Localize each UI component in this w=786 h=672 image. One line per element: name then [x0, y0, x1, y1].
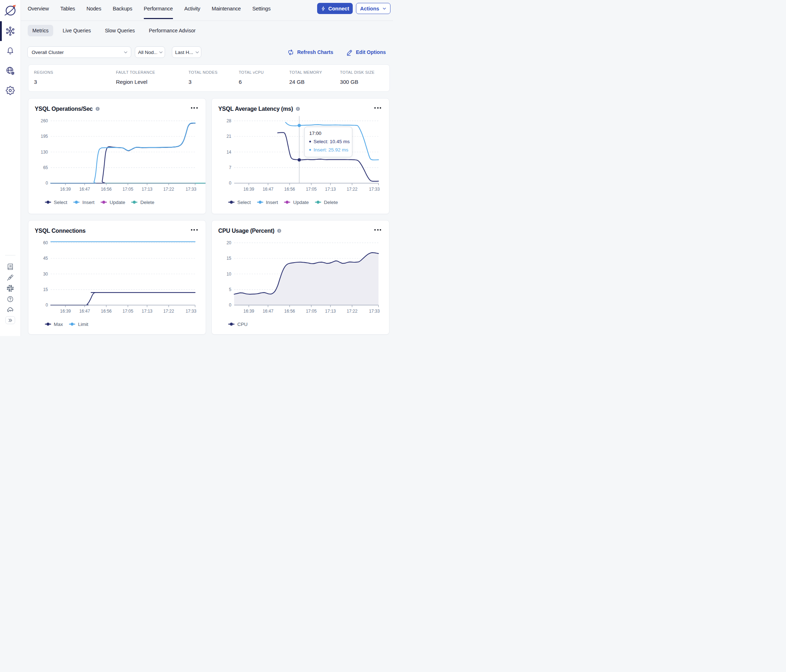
legend-label: Select — [54, 200, 68, 205]
tooltip-select-row: Select: 10.45 ms — [309, 139, 350, 144]
sidebar-item-slack[interactable] — [0, 283, 20, 294]
svg-text:17:33: 17:33 — [369, 308, 380, 314]
nav-item-settings[interactable]: Settings — [252, 0, 271, 17]
legend-item-cpu[interactable]: CPU — [228, 322, 248, 327]
nav-item-tables[interactable]: Tables — [60, 0, 75, 17]
svg-text:16:56: 16:56 — [101, 187, 112, 192]
legend-marker-icon — [315, 200, 321, 204]
connect-button[interactable]: Connect — [317, 3, 353, 14]
chart-title: YSQL Connections — [35, 228, 86, 234]
legend-marker-icon — [257, 200, 263, 204]
chevron-down-icon — [159, 50, 163, 55]
svg-text:130: 130 — [41, 149, 48, 154]
svg-text:16:39: 16:39 — [244, 187, 254, 192]
sidebar-item-docs[interactable] — [0, 261, 20, 272]
legend-marker-icon — [45, 200, 51, 204]
legend-item-update[interactable]: Update — [101, 200, 126, 205]
chart-card-ysql-latency: YSQL Average Latency (ms) i 0714212816:3… — [211, 98, 390, 214]
legend-item-limit[interactable]: Limit — [69, 322, 88, 327]
actions-button[interactable]: Actions — [356, 3, 390, 14]
refresh-charts-button[interactable]: Refresh Charts — [287, 49, 333, 56]
tab-performance-advisor[interactable]: Performance Advisor — [144, 25, 200, 36]
top-navigation: Overview Tables Nodes Backups Performanc… — [21, 0, 393, 21]
sidebar-item-settings[interactable] — [0, 80, 20, 101]
yugabyte-logo[interactable] — [4, 4, 17, 17]
nav-item-activity[interactable]: Activity — [184, 0, 200, 17]
sidebar-item-network[interactable] — [0, 61, 20, 80]
legend-item-delete[interactable]: Delete — [315, 200, 338, 205]
sidebar-item-status[interactable] — [0, 304, 20, 315]
nav-item-nodes[interactable]: Nodes — [86, 0, 101, 17]
chart-legend: SelectInsertUpdateDelete — [45, 200, 155, 205]
svg-text:7: 7 — [229, 165, 231, 170]
svg-text:16:39: 16:39 — [244, 308, 254, 314]
time-range-select[interactable]: Last H... — [172, 46, 201, 58]
legend-label: CPU — [237, 322, 248, 327]
cluster-icon — [5, 26, 15, 36]
sidebar-item-integrations[interactable] — [0, 272, 20, 283]
legend-item-select[interactable]: Select — [45, 200, 68, 205]
legend-label: Insert — [266, 200, 278, 205]
summary-label: TOTAL vCPU — [239, 70, 289, 74]
svg-text:30: 30 — [43, 271, 48, 276]
chart-actions: Refresh Charts Edit Options — [287, 49, 386, 56]
chevron-down-icon — [123, 50, 128, 55]
nav-item-maintenance[interactable]: Maintenance — [212, 0, 241, 17]
svg-text:65: 65 — [43, 165, 48, 170]
cluster-select[interactable]: Overall Cluster — [27, 46, 131, 58]
nav-item-performance[interactable]: Performance — [144, 0, 173, 17]
chart-menu-button[interactable] — [374, 107, 381, 109]
svg-text:15: 15 — [226, 256, 231, 261]
chart-menu-button[interactable] — [191, 229, 198, 231]
sidebar-item-help[interactable] — [0, 294, 20, 304]
svg-text:17:33: 17:33 — [369, 187, 380, 192]
tab-metrics[interactable]: Metrics — [28, 25, 53, 36]
svg-text:14: 14 — [226, 149, 231, 154]
tab-slow-queries[interactable]: Slow Queries — [100, 25, 140, 36]
sidebar-item-clusters[interactable] — [0, 21, 20, 41]
legend-marker-icon — [69, 322, 75, 326]
info-icon[interactable]: i — [277, 229, 281, 233]
gear-icon — [6, 86, 15, 95]
summary-value: 300 GB — [340, 79, 390, 85]
summary-value: 3 — [34, 79, 116, 85]
select-dot-icon — [309, 141, 311, 142]
svg-text:17:05: 17:05 — [306, 187, 317, 192]
legend-item-select[interactable]: Select — [228, 200, 251, 205]
legend-item-update[interactable]: Update — [284, 200, 309, 205]
menu-dot — [196, 229, 198, 231]
legend-marker-icon — [101, 200, 107, 204]
svg-text:17:33: 17:33 — [185, 308, 196, 314]
summary-value: 6 — [239, 79, 289, 85]
menu-dot — [193, 107, 195, 109]
legend-item-max[interactable]: Max — [45, 322, 63, 327]
legend-item-insert[interactable]: Insert — [257, 200, 278, 205]
svg-text:28: 28 — [226, 118, 231, 123]
legend-marker-icon — [73, 200, 79, 204]
svg-text:0: 0 — [229, 181, 231, 186]
sidebar-bottom — [0, 255, 20, 324]
sidebar-collapse-button[interactable] — [5, 316, 15, 324]
charts-grid: YSQL Operations/Sec i 06513019526016:391… — [28, 98, 390, 336]
nav-item-overview[interactable]: Overview — [28, 0, 49, 17]
svg-text:17:22: 17:22 — [163, 308, 174, 314]
chart-card-header: CPU Usage (Percent) i — [218, 228, 371, 234]
info-icon[interactable]: i — [96, 107, 100, 111]
info-icon[interactable]: i — [296, 107, 300, 111]
nav-item-backups[interactable]: Backups — [113, 0, 132, 17]
legend-item-insert[interactable]: Insert — [73, 200, 94, 205]
menu-dot — [196, 107, 198, 109]
refresh-icon — [287, 49, 294, 56]
chart-menu-button[interactable] — [191, 107, 198, 109]
nodes-select[interactable]: All Nod... — [135, 46, 165, 58]
pencil-icon — [346, 49, 353, 56]
summary-fault-tolerance: FAULT TOLERANCE Region Level — [116, 70, 189, 91]
edit-options-button[interactable]: Edit Options — [346, 49, 386, 56]
sidebar-item-alerts[interactable] — [0, 41, 20, 61]
tab-live-queries[interactable]: Live Queries — [58, 25, 96, 36]
chart-menu-button[interactable] — [374, 229, 381, 231]
svg-text:17:13: 17:13 — [141, 187, 152, 192]
chart-title: YSQL Average Latency (ms) — [218, 106, 293, 112]
legend-item-delete[interactable]: Delete — [131, 200, 154, 205]
ysql-latency-chart: 0714212816:3916:4716:5617:0517:1317:2217… — [212, 113, 389, 193]
